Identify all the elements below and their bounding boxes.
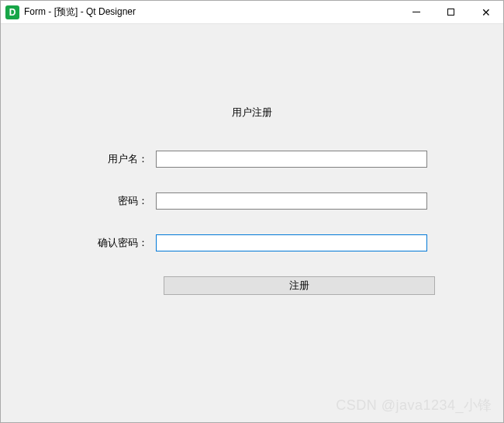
form-heading: 用户注册 bbox=[1, 106, 503, 120]
password-label: 密码： bbox=[78, 194, 156, 208]
minimize-icon bbox=[413, 12, 420, 12]
register-button[interactable]: 注册 bbox=[164, 276, 435, 295]
window: D Form - [预览] - Qt Designer ✕ 用户注册 用户名： … bbox=[0, 0, 504, 423]
maximize-icon bbox=[447, 9, 454, 16]
close-button[interactable]: ✕ bbox=[468, 1, 503, 23]
minimize-button[interactable] bbox=[399, 1, 433, 23]
username-row: 用户名： bbox=[1, 151, 503, 168]
watermark: CSDN @java1234_小锋 bbox=[336, 396, 492, 414]
button-row: 注册 bbox=[1, 276, 503, 295]
close-icon: ✕ bbox=[482, 7, 491, 18]
confirm-password-input[interactable] bbox=[156, 234, 427, 251]
username-input[interactable] bbox=[156, 151, 427, 168]
window-title: Form - [预览] - Qt Designer bbox=[24, 5, 399, 19]
password-input[interactable] bbox=[156, 192, 427, 210]
content-area: 用户注册 用户名： 密码： 确认密码： 注册 CSDN @java1234_小锋 bbox=[1, 24, 503, 422]
confirm-password-label: 确认密码： bbox=[78, 236, 156, 250]
titlebar: D Form - [预览] - Qt Designer ✕ bbox=[1, 1, 503, 24]
confirm-password-row: 确认密码： bbox=[1, 234, 503, 251]
username-label: 用户名： bbox=[78, 152, 156, 166]
password-row: 密码： bbox=[1, 192, 503, 210]
app-icon: D bbox=[5, 5, 19, 19]
window-controls: ✕ bbox=[399, 1, 503, 23]
maximize-button[interactable] bbox=[433, 1, 468, 23]
